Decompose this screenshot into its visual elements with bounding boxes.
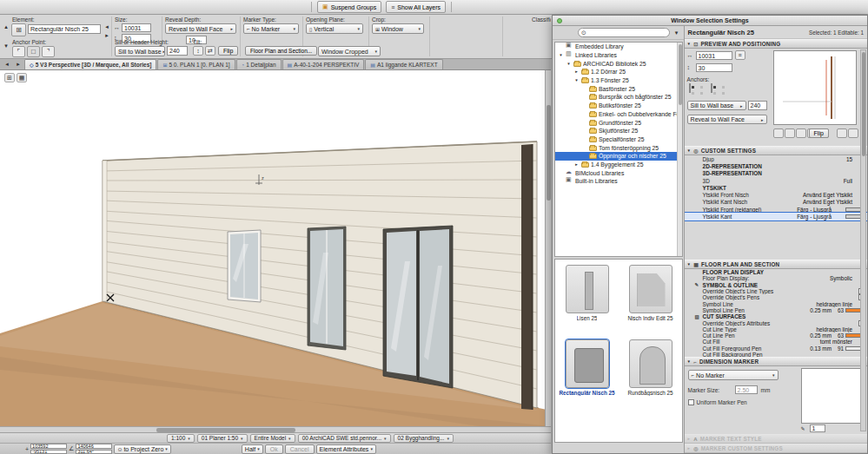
library-tree-item[interactable]: Enkel- och Dubbelverkande Fönster 25 (555, 110, 682, 119)
line-tool-icon[interactable] (211, 2, 224, 13)
library-tree-item[interactable]: Built-in Libraries (555, 177, 682, 186)
worksheet-tool-icon[interactable] (567, 2, 580, 13)
settings-row[interactable]: Override Object's Pens (685, 294, 867, 300)
library-tree-item[interactable]: Grundfönster 25 (555, 118, 682, 127)
snap-points-icon[interactable] (195, 444, 206, 454)
library-tree-item[interactable]: Tom fönsteröppning 25 (555, 143, 682, 152)
library-tree-item[interactable]: Embedded Library (555, 43, 682, 51)
collapsed-section-header[interactable]: ► A MARKER TEXT STYLE (685, 434, 867, 444)
library-tree-item[interactable]: Specialfönster 25 (555, 135, 682, 144)
cancel-button[interactable]: Cancel (285, 444, 315, 454)
detail-tool-icon[interactable] (553, 2, 566, 13)
settings-row[interactable]: Cut Fill tomt mönster (685, 339, 867, 345)
tilt-vertical-icon[interactable]: ↕ (193, 46, 203, 56)
inject-parameters-icon[interactable] (389, 444, 400, 454)
favorites-icon[interactable] (2, 444, 12, 454)
view-tab[interactable]: ▤ A-40-1-204 PERSPEKTIV (282, 59, 365, 69)
settings-row[interactable]: Cut Fill Foreground Pen 0.13 mm 91 (685, 345, 867, 352)
hotspot-tool-icon[interactable] (253, 2, 266, 13)
scale-quick-option[interactable]: 1:100 ▾ (167, 434, 195, 443)
previous-zoom-icon[interactable] (70, 433, 80, 443)
reveal-reference-dropdown[interactable]: Reveal to Wall Face▸ (687, 115, 767, 124)
spline-tool-icon[interactable] (239, 2, 252, 13)
crop-mode-dropdown[interactable]: Window Cropped▾ (318, 46, 381, 56)
receive-changes-icon[interactable] (511, 2, 524, 13)
preview-height-field[interactable]: 30 (696, 63, 732, 72)
relative-origin-dropdown[interactable]: ⊙to Project Zero▾ (114, 444, 170, 454)
infobox-scroll-up-icon[interactable]: ▴ (1, 22, 11, 31)
tilt-slanted-icon[interactable]: ⇄ (205, 46, 215, 56)
collapsed-section-header[interactable]: ► ◎ MARKER CUSTOM SETTINGS (685, 444, 867, 453)
model-view-options[interactable]: 01 Planer 1:50 ▾ (197, 434, 248, 443)
anchor-left-icon[interactable]: ⌜ (12, 46, 25, 57)
settings-row[interactable]: YTSKIKT (685, 184, 867, 191)
pan-hand-icon[interactable] (13, 433, 23, 443)
pick-up-parameters-icon[interactable] (378, 444, 388, 454)
grid-snap-toggle-icon[interactable]: ⊞ (4, 73, 15, 82)
dimension-marker-header[interactable]: ▼ ⌐ DIMENSION MARKER (685, 357, 867, 366)
settings-row[interactable]: Ytskikt Kant Nisch Använd Eget Ytskikt (685, 199, 867, 206)
size-width-field[interactable]: 10031 (122, 23, 151, 32)
zoom-out-icon[interactable] (36, 433, 46, 443)
dimension-tool-icon[interactable] (169, 2, 182, 13)
render-icon[interactable] (811, 2, 824, 13)
trace-reference-icon[interactable] (505, 444, 515, 454)
preview-width-field[interactable]: 10031 (696, 51, 732, 60)
editing-plane-icon[interactable] (527, 444, 538, 454)
parallel-snap-icon[interactable] (218, 444, 229, 454)
preview-positioning-header[interactable]: ▼ ⊡ PREVIEW AND POSITIONING (685, 39, 867, 49)
beam-tool-icon[interactable] (100, 2, 113, 13)
section-tool-icon[interactable] (539, 2, 552, 13)
library-tree-item[interactable]: Öppningar och nischer 25 (555, 152, 682, 161)
3d-cutaway-icon[interactable] (539, 444, 549, 454)
view-tab[interactable]: ◇ 5 V3 Perspective [3D / Marquee, All St… (24, 59, 156, 69)
library-search-input[interactable]: ⊙ (578, 28, 670, 37)
schedule-icon[interactable] (580, 2, 593, 13)
library-part[interactable]: Rundbågsnisch 25 (619, 338, 682, 412)
send-changes-icon[interactable] (497, 2, 510, 13)
library-tree-item[interactable]: Basfönster 25 (555, 84, 682, 93)
anchor-selector-alt[interactable] (711, 83, 712, 93)
show-all-layers-button[interactable]: ≡ Show All Layers (386, 1, 446, 13)
sill-reference-dropdown[interactable]: Sill to Wall base▸ (687, 101, 746, 110)
suspend-groups-button[interactable]: ▣ Suspend Groups (317, 1, 381, 13)
angle-field[interactable]: 311.64° (76, 450, 112, 454)
library-tree-item[interactable]: Burspråk och bågfönster 25 (555, 93, 682, 102)
element-name-field[interactable]: Rectangulär Nisch 25 (28, 24, 101, 34)
viewport-horizontal-scrollbar[interactable] (0, 426, 551, 432)
sill-reference-dropdown[interactable]: Sill to Wall base▸ (115, 46, 165, 56)
reveal-depth-dropdown[interactable]: Reveal to Wall Face▸ (165, 23, 236, 34)
settings-row[interactable]: Symbol Line Pen 0.25 mm 63 (685, 307, 867, 313)
library-tree-item[interactable]: Skjutfönster 25 (555, 127, 682, 135)
orbit-icon[interactable] (58, 433, 69, 443)
marker-size-field[interactable]: 2.50 (735, 385, 758, 394)
marquee-tool-icon[interactable] (17, 2, 30, 13)
marker-pen-field[interactable]: 1 (810, 424, 825, 432)
y-coordinate-field[interactable]: -95131 (30, 450, 67, 454)
teamwork-icon[interactable] (483, 2, 496, 13)
anchor-center-icon[interactable]: □ (27, 46, 40, 57)
tree-scrollbar[interactable] (677, 43, 682, 256)
virtual-trace-icon[interactable] (516, 444, 527, 454)
library-part[interactable]: Nisch Indiv Edit 25 (619, 263, 682, 338)
fit-in-window-icon[interactable] (47, 433, 57, 443)
floor-plan-section-header[interactable]: ▼ ▦ FLOOR PLAN AND SECTION (685, 260, 867, 269)
marker-select-dropdown[interactable]: ⌐No Marker▾ (688, 370, 779, 380)
3d-window-icon[interactable] (525, 2, 538, 13)
library-tree-item[interactable]: BIMcloud Libraries (555, 168, 682, 177)
tree-view-icon[interactable] (554, 28, 565, 37)
library-tree-item[interactable]: 1.2 Dörrar 25 (555, 68, 682, 76)
column-tool-icon[interactable] (86, 2, 99, 13)
viewport-vertical-scrollbar[interactable] (545, 70, 551, 426)
next-element-icon[interactable]: ▸ (102, 30, 112, 40)
organizer-icon[interactable] (455, 2, 468, 13)
tree-expander-icon[interactable] (573, 69, 580, 74)
settings-row[interactable]: Ytskikt Front (rektangel) Färg - Ljusgrå (685, 206, 867, 213)
object-preview[interactable] (773, 50, 857, 125)
mirror-y-icon[interactable] (848, 128, 858, 138)
window-tool-icon[interactable] (58, 2, 71, 13)
sill-value-field[interactable]: 240 (748, 101, 767, 110)
dialog-collapse-icon[interactable] (557, 18, 562, 23)
settings-row[interactable]: FLOOR PLAN DISPLAY (685, 269, 867, 275)
library-tree-item[interactable]: 1.3 Fönster 25 (555, 76, 682, 85)
